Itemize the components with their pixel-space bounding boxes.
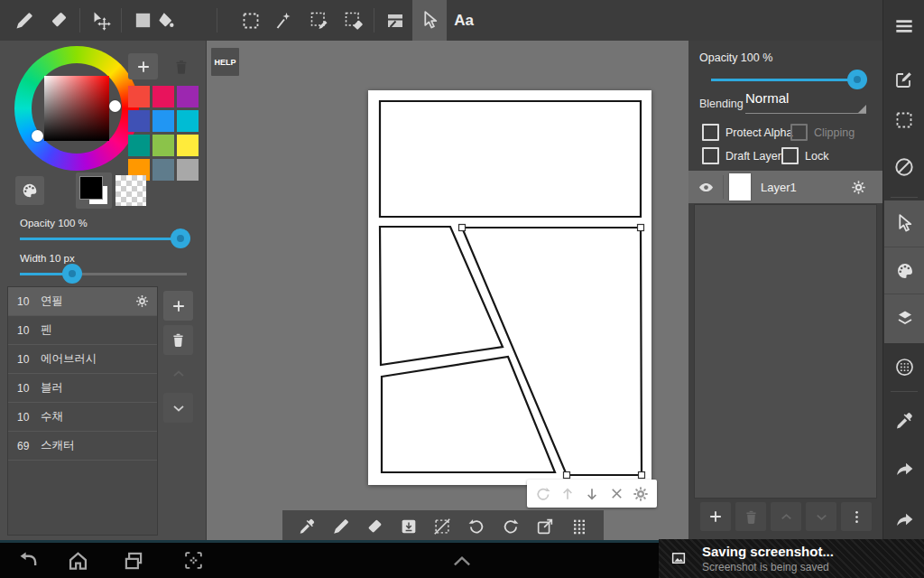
brush-opacity-slider-knob[interactable] [171,228,190,248]
color-swatch[interactable] [152,86,174,107]
nav-back-button[interactable] [8,543,48,578]
palette-button[interactable] [15,176,44,205]
export-button[interactable] [535,517,555,536]
transparent-color-chip[interactable] [116,175,146,206]
menu-hamburger-button[interactable] [883,5,924,47]
color-swatch[interactable] [177,86,199,107]
layer-panel-button[interactable] [884,294,924,341]
brush-list-item[interactable]: 10 수채 [8,403,157,432]
saturation-value-square[interactable] [44,76,109,141]
draft-layer-checkbox[interactable] [702,147,719,164]
select-eraser-tool-button[interactable] [337,0,371,41]
canvas-page[interactable] [368,90,651,485]
close-selection-icon[interactable] [608,485,625,502]
color-panel-button[interactable] [884,247,924,294]
move-tool-button[interactable] [84,0,118,41]
layer-menu-button[interactable] [841,502,872,531]
layer-opacity-slider-knob[interactable] [847,70,867,89]
layer-row[interactable]: Layer1 [688,171,882,203]
brush-settings-gear-icon[interactable] [134,294,150,309]
materials-button[interactable] [883,346,924,387]
select-tool-button[interactable] [883,99,924,141]
divide-frame-tool-button[interactable] [378,0,412,41]
delete-swatch-button[interactable] [170,55,193,79]
pencil-button[interactable] [331,517,351,536]
cursor-tool-button[interactable] [412,0,447,41]
eraser-button[interactable] [365,517,384,536]
color-swatch[interactable] [128,110,150,132]
color-swatch[interactable] [177,135,199,156]
nav-home-button[interactable] [58,543,97,578]
layer-move-up-button[interactable] [771,502,801,531]
brush-list-item[interactable]: 10 블러 [8,374,157,403]
layer-settings-gear-icon[interactable] [850,179,867,196]
color-swatch[interactable] [128,135,150,156]
selection-handle[interactable] [459,225,466,231]
blending-dropdown[interactable]: Normal [745,90,866,114]
reset-transform-icon[interactable] [534,485,552,503]
lock-checkbox-row[interactable]: Lock [781,147,828,164]
brush-width-slider[interactable] [20,263,187,284]
selection-handle[interactable] [638,225,644,231]
draft-layer-checkbox-row[interactable]: Draft Layer [702,147,781,164]
color-swatch[interactable] [177,110,199,132]
lock-checkbox[interactable] [781,147,799,164]
color-swatch[interactable] [152,159,174,181]
protect-alpha-checkbox[interactable] [702,124,719,141]
marquee-select-tool-button[interactable] [234,0,268,41]
brush-width-slider-knob[interactable] [62,264,82,284]
layer-visibility-eye-icon[interactable] [698,179,715,196]
help-button[interactable]: HELP [211,48,239,76]
pencil-tool-button[interactable] [7,0,42,41]
color-wheel[interactable] [14,46,139,171]
cursor-panel-button[interactable] [884,200,924,247]
brush-opacity-slider[interactable] [20,228,187,249]
brush-move-down-button[interactable] [163,393,193,423]
layer-opacity-slider[interactable] [711,69,864,90]
redo-sidebar-button[interactable] [883,448,924,489]
rotate-canvas-button[interactable] [883,146,924,188]
layer-list-area[interactable] [694,204,877,499]
brush-move-up-button[interactable] [163,359,193,388]
undo-button[interactable] [467,517,486,536]
eyedropper-sidebar-button[interactable] [883,400,924,442]
move-down-icon[interactable] [583,485,601,503]
delete-layer-button[interactable] [735,502,766,531]
nav-screenshot-button[interactable] [173,543,213,578]
undo-sidebar-button[interactable] [883,499,924,540]
add-swatch-button[interactable] [128,53,158,79]
add-brush-button[interactable] [163,291,193,321]
layer-move-down-button[interactable] [806,502,836,531]
brush-list-item[interactable]: 69 스캐터 [8,432,157,461]
color-swatch[interactable] [152,135,174,156]
eyedropper-button[interactable] [297,517,317,536]
screenshot-notification-toast[interactable]: Saving screenshot... Screenshot is being… [659,539,924,578]
deselect-button[interactable] [432,517,452,536]
eraser-tool-button[interactable] [42,0,76,41]
color-swatch[interactable] [128,86,150,107]
foreground-color-chip[interactable] [76,172,112,209]
redo-button[interactable] [501,517,521,536]
new-edit-button[interactable] [883,59,924,100]
text-tool-button[interactable]: Aa [447,0,481,41]
color-swatch[interactable] [177,159,199,181]
brush-list-item[interactable]: 10 에어브러시 [8,345,157,374]
save-button[interactable] [399,517,419,536]
magic-wand-tool-button[interactable] [268,0,302,41]
nav-hide-keyboard-caret[interactable] [442,543,482,578]
select-pen-tool-button[interactable] [302,0,337,41]
wheel-selector-dot[interactable] [32,130,43,142]
brush-list-item[interactable]: 10 연필 [8,287,157,316]
selection-handle[interactable] [564,472,570,479]
selection-handle[interactable] [639,472,645,479]
materials-grid-button[interactable] [569,517,589,536]
delete-brush-button[interactable] [163,325,193,355]
add-layer-button[interactable] [700,502,731,531]
protect-alpha-checkbox-row[interactable]: Protect Alpha [702,124,792,141]
brush-list-item[interactable]: 10 펜 [8,316,157,345]
hue-selector-dot[interactable] [109,100,121,112]
selection-settings-gear-icon[interactable] [632,485,650,503]
gradient-tool-button[interactable] [171,0,205,41]
color-swatch[interactable] [152,110,174,132]
move-up-icon[interactable] [559,485,577,503]
